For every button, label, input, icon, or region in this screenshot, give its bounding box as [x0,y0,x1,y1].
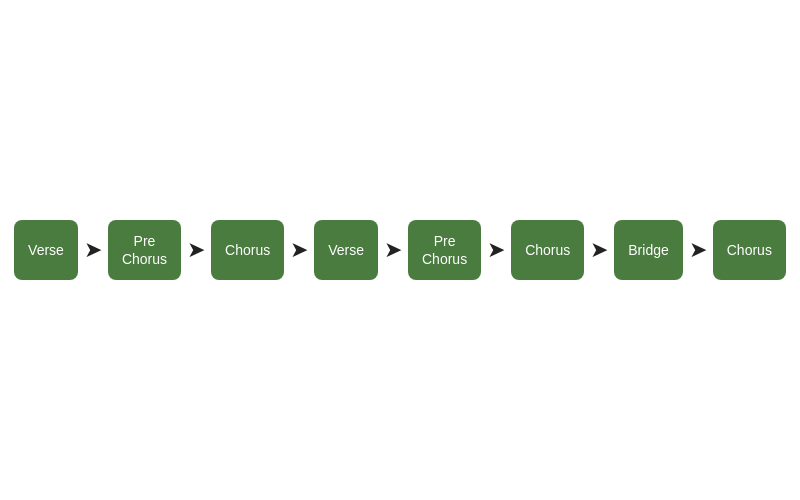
flow-box-chorus-2: Chorus [511,220,584,280]
arrow-3: ➤ [290,239,308,261]
flow-label-bridge: Bridge [628,241,668,259]
arrow-6: ➤ [590,239,608,261]
flow-box-verse-1: Verse [14,220,78,280]
arrow-7: ➤ [689,239,707,261]
flow-label-chorus-2: Chorus [525,241,570,259]
arrow-1: ➤ [84,239,102,261]
flow-box-pre-chorus-1: Pre Chorus [108,220,181,280]
flow-label-chorus-1: Chorus [225,241,270,259]
arrow-2: ➤ [187,239,205,261]
flow-label-pre-chorus-1: Pre Chorus [122,232,167,268]
flow-box-bridge: Bridge [614,220,682,280]
flow-box-verse-2: Verse [314,220,378,280]
flow-box-pre-chorus-2: Pre Chorus [408,220,481,280]
arrow-4: ➤ [384,239,402,261]
flow-box-chorus-1: Chorus [211,220,284,280]
arrow-5: ➤ [487,239,505,261]
flow-box-chorus-3: Chorus [713,220,786,280]
flow-label-verse-2: Verse [328,241,364,259]
song-structure-flow: Verse ➤ Pre Chorus ➤ Chorus ➤ Verse ➤ Pr… [14,220,786,280]
flow-label-verse-1: Verse [28,241,64,259]
flow-label-chorus-3: Chorus [727,241,772,259]
flow-label-pre-chorus-2: Pre Chorus [422,232,467,268]
